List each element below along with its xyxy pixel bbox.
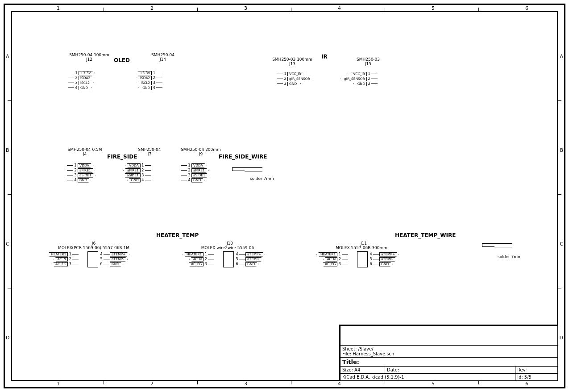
col-4-top: 4 bbox=[338, 5, 341, 11]
j15-ref: J15 bbox=[337, 62, 399, 66]
section-heater: HEATER_TEMP bbox=[156, 232, 199, 238]
j14-ref: J14 bbox=[132, 57, 194, 62]
j9-pins: 1VDDA 2aFIRE1 3aSIDE1 4GND bbox=[181, 163, 209, 183]
col-5-bot: 5 bbox=[432, 381, 435, 387]
sheet-label: Sheet: bbox=[342, 346, 357, 351]
j4-pins: 1VDDA 2aFIRE1 3aSIDE1 4GND bbox=[67, 163, 96, 183]
j11-pins-l: 1HEATER1 2AC_N 3AC_FG bbox=[316, 252, 348, 267]
col-4-bot: 4 bbox=[338, 381, 341, 387]
col-6-top: 6 bbox=[525, 5, 528, 11]
j13-type: SMH250-03 100mm bbox=[261, 57, 324, 62]
j4-type: SMH250-04 0.5M bbox=[54, 147, 116, 152]
j7-pins: 1VDDA 2aFIRE1 3aSIDE1 4GND bbox=[123, 163, 151, 183]
row-b-l: B bbox=[6, 147, 9, 153]
j6-pins-l: 1HEATER1 2AC_N 3AC_FG bbox=[47, 252, 79, 267]
col-1-bot: 1 bbox=[57, 381, 60, 387]
file-label: File: bbox=[342, 351, 351, 356]
sheet-value: /Slave/ bbox=[358, 346, 373, 351]
j13-ref: J13 bbox=[261, 62, 324, 66]
j9-ref: J9 bbox=[170, 152, 232, 156]
j10-pins-l: 1HEATER1 2AC_N 3AC_FG bbox=[183, 252, 214, 267]
j6-body bbox=[87, 251, 98, 267]
id-value: 5/5 bbox=[524, 375, 532, 379]
file-value: Harness_Slave.sch bbox=[353, 351, 394, 356]
j6-type: MOLEX(PCB 5569-06) 5557-06R 1M bbox=[49, 246, 138, 250]
col-6-bot: 6 bbox=[525, 381, 528, 387]
j6-pins-r: 4aTEMP+ 5aTEMP- 6GND bbox=[99, 252, 129, 267]
rev-label: Rev: bbox=[517, 367, 527, 372]
j14-pins: 1+3.3V 2iSDA2 3iSCL2 4GND bbox=[136, 71, 162, 90]
j11-body bbox=[357, 251, 368, 267]
j12-ref: J12 bbox=[58, 57, 120, 62]
title-block: Sheet: /Slave/ File: Harness_Slave.sch T… bbox=[339, 325, 558, 381]
row-c-r: C bbox=[560, 241, 563, 247]
col-3-top: 3 bbox=[244, 5, 247, 11]
j11-type: MOLEX 5557-06R 300mm bbox=[321, 246, 402, 250]
j12-type: SMH250-04 100mm bbox=[58, 53, 120, 57]
row-b-r: B bbox=[560, 147, 563, 153]
j4-ref: J4 bbox=[54, 152, 116, 156]
section-heater-wire: HEATER_TEMP_WIRE bbox=[395, 232, 456, 238]
row-d-r: D bbox=[560, 335, 563, 341]
col-2-top: 2 bbox=[150, 5, 154, 11]
j15-pins: 1VCC_IR 2gIR_SENSOR 3GND bbox=[340, 71, 378, 86]
row-a-r: A bbox=[560, 54, 563, 59]
j10-pins-r: 4aTEMP+ 5aTEMP- 6GND bbox=[235, 252, 265, 267]
j10-ref: J10 bbox=[199, 241, 261, 246]
j11-ref: J11 bbox=[332, 241, 395, 246]
j11-pins-r: 4aTEMP+ 5aTEMP- 6GND bbox=[369, 252, 399, 267]
date-label: Date: bbox=[387, 367, 399, 372]
size-label: Size: bbox=[342, 367, 353, 372]
note-solder2: solder 7mm bbox=[498, 254, 522, 259]
id-label: Id: bbox=[517, 375, 523, 379]
col-5-top: 5 bbox=[432, 5, 435, 11]
j10-type: MOLEX wire2wire 5559-06 bbox=[187, 246, 268, 250]
note-solder1: solder 7mm bbox=[250, 176, 274, 181]
j9-type: SMH250-04 200mm bbox=[170, 147, 232, 152]
j14-type: SMH250-04 bbox=[132, 53, 194, 57]
j13-pins: 1VCC_IR 2gIR_SENSOR 3GND bbox=[277, 71, 314, 86]
row-d-l: D bbox=[6, 335, 9, 341]
row-c-l: C bbox=[6, 241, 9, 247]
col-3-bot: 3 bbox=[244, 381, 247, 387]
schematic-sheet: // generated statically below 1 2 3 4 5 … bbox=[0, 0, 569, 392]
col-1-top: 1 bbox=[57, 5, 60, 11]
title-label: Title: bbox=[342, 359, 359, 365]
col-2-bot: 2 bbox=[150, 381, 154, 387]
j12-pins: 1+3.3V 2iSDA2 3iSCL2 4GND bbox=[68, 71, 95, 90]
tool-value: KiCad E.D.A. kicad (5.1.9)-1 bbox=[341, 374, 515, 381]
size-value: A4 bbox=[354, 367, 360, 372]
row-a-l: A bbox=[6, 54, 9, 59]
j15-type: SMH250-03 bbox=[337, 57, 399, 62]
j6-ref: J6 bbox=[62, 241, 125, 246]
j10-body bbox=[223, 251, 234, 267]
